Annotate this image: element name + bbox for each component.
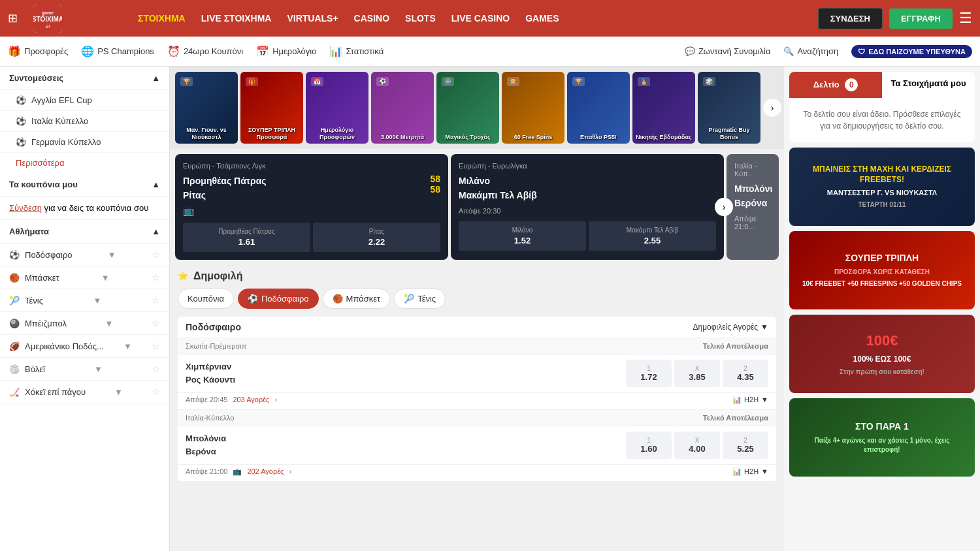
odd-1-2[interactable]: 2 5.25	[723, 432, 768, 459]
tennis-star[interactable]: ☆	[152, 295, 160, 306]
match-0-markets[interactable]: 203 Αγορές	[233, 396, 269, 403]
american-football-label: Αμερικάνικο Ποδός...	[25, 341, 104, 351]
promo-card-7[interactable]: 🏅 Νικητής Εβδομάδας	[632, 72, 695, 144]
responsible-gaming-button[interactable]: 🛡 ΕΔΩ ΠΑΙΖΟΥΜΕ ΥΠΕΥΘΥΝΑ	[851, 45, 972, 58]
nav-link-games[interactable]: GAMES	[525, 13, 559, 24]
american-football-icon: 🏈	[9, 341, 20, 351]
match-1-bet-1-value: 2.55	[644, 236, 661, 245]
sidebar-sport-tennis[interactable]: 🎾 Τένις ▼ ☆	[0, 289, 169, 312]
side-promo-2[interactable]: 100€ 100% ΕΩΣ 100€ Στην πρώτη σου κατάθε…	[789, 315, 975, 393]
nav-link-live-stoixima[interactable]: LIVE ΣΤΟΙΧΗΜΑ	[201, 13, 272, 24]
football-star[interactable]: ☆	[152, 249, 160, 260]
league-0-name: Σκωτία-Πρέμιερσιπ	[186, 342, 246, 350]
match-0-scores: 58 58	[430, 174, 440, 195]
tab-coupons[interactable]: Κουπόνια	[178, 289, 234, 309]
chat-icon: 💬	[685, 46, 695, 56]
betslip-tab-active[interactable]: Δελτίο 0	[789, 72, 882, 98]
match-0-bet-0[interactable]: Προμηθέας Πάτρας 1.61	[183, 223, 310, 252]
offers-nav-item[interactable]: 🎁 Προσφορές	[8, 45, 68, 57]
sidebar-sport-football[interactable]: ⚽ Ποδόσφαιρο ▼ ☆	[0, 244, 169, 266]
sidebar-sport-american-football[interactable]: 🏈 Αμερικάνικο Ποδός... ▼ ☆	[0, 335, 169, 358]
promo-card-1[interactable]: 🎁 ΣΟΥΠΕΡ ΤΡΙΠΛΗ Προσφορά	[240, 72, 303, 144]
nav-link-stoixima[interactable]: ΣΤΟΙΧΗΜΑ	[138, 13, 186, 24]
ps-champions-nav-item[interactable]: 🌐 PS Champions	[81, 45, 154, 57]
promo-card-4[interactable]: 🎡 Μαγικός Τροχός	[436, 72, 499, 144]
login-link[interactable]: Σύνδεση	[9, 203, 42, 213]
odd-1-x[interactable]: Χ 4.00	[674, 432, 720, 459]
basketball-tab-label: Μπάσκετ	[346, 294, 381, 304]
promo-next-button[interactable]: ›	[763, 99, 781, 117]
register-button[interactable]: ΕΓΓΡΑΦΗ	[889, 8, 953, 29]
sidebar-sport-baseball[interactable]: 🎱 Μπέιζμπολ ▼ ☆	[0, 312, 169, 335]
nav-link-casino[interactable]: CASINO	[354, 13, 389, 24]
gift-icon: 🎁	[8, 45, 21, 57]
match-0-bet-1[interactable]: Ρίτας 2.22	[313, 223, 440, 252]
side-promo-3[interactable]: ΣΤΟ ΠΑΡΑ 1 Παίξε 4+ αγώνες και αν χάσεις…	[789, 398, 975, 477]
nav-link-virtuals[interactable]: VIRTUALS+	[287, 13, 338, 24]
side-promo-0[interactable]: ΜΠΑΙΝΕΙΣ ΣΤΗ ΜΑΧΗ ΚΑΙ ΚΕΡΔΙΖΕΙΣ FREEBETS…	[789, 148, 975, 226]
promo-card-0[interactable]: 🏆 Μαν. Γιουν. vs Νιούκαστλ	[175, 72, 238, 144]
hamburger-icon[interactable]: ☰	[959, 10, 972, 27]
search-button[interactable]: 🔍 Αναζήτηση	[783, 46, 838, 56]
basketball-star[interactable]: ☆	[152, 272, 160, 283]
odd-1-1[interactable]: 1 1.60	[626, 432, 672, 459]
side-promo-1[interactable]: ΣΟΥΠΕΡ ΤΡΙΠΛΗ ΠΡΟΣΦΟΡΑ ΧΩΡΙΣ ΚΑΤΑΘΕΣΗ 10…	[789, 231, 975, 309]
match-1-bet-0[interactable]: Μιλάνο 1.52	[459, 221, 586, 251]
nav-link-slots[interactable]: SLOTS	[405, 13, 436, 24]
sidebar-item-efl[interactable]: ⚽ Αγγλία EFL Cup	[0, 90, 169, 111]
match-next-button[interactable]: ›	[715, 198, 733, 216]
logo-icon[interactable]: game STOIXIMA .gr	[33, 4, 62, 33]
sidebar-sport-hockey[interactable]: 🏒 Χόκεϊ επί πάγου ▼ ☆	[0, 381, 169, 403]
more-shortcuts-link[interactable]: Περισσότερα	[0, 153, 169, 173]
side-promo-0-subtext: ΜΑΝΤΣΕΣΤΕΡ Γ. VS ΝΙΟΥΚΑΣΤΛ	[827, 188, 937, 198]
tab-basketball[interactable]: 🏀 Μπάσκετ	[323, 289, 391, 309]
tab-tennis[interactable]: 🎾 Τένις	[394, 289, 446, 309]
match-row-0-team-names: Χιμπέρνιαν Ρος Κάουντι	[186, 360, 618, 386]
sports-header[interactable]: Αθλήματα ▲	[0, 220, 169, 244]
baseball-star[interactable]: ☆	[152, 318, 160, 328]
promo-card-3[interactable]: ⚽ 3.000€ Μετρητά	[371, 72, 434, 144]
nav-link-live-casino[interactable]: LIVE CASINO	[451, 13, 510, 24]
promo-card-5[interactable]: 🎰 60 Free Spins	[502, 72, 564, 144]
sidebar-item-italy-cup[interactable]: ⚽ Ιταλία Κύπελλο	[0, 111, 169, 132]
shortcuts-header[interactable]: Συντομεύσεις ▲	[0, 67, 169, 90]
match-1-time: Απόψε 21:00	[186, 467, 227, 475]
volleyball-icon: 🏐	[9, 364, 20, 374]
promo-card-8[interactable]: 🎲 Pragmatic Buy Bonus	[698, 72, 760, 144]
sidebar-item-germany-cup[interactable]: ⚽ Γερμανία Κύπελλο	[0, 132, 169, 153]
tennis-tab-label: Τένις	[417, 294, 436, 304]
calendar-nav-item[interactable]: 📅 Ημερολόγιο	[256, 45, 316, 57]
odd-0-2[interactable]: 2 4.35	[723, 360, 768, 387]
match-1-h2h[interactable]: 📊 H2H ▼	[732, 467, 768, 476]
odd-0-x-label: Χ	[685, 365, 710, 372]
tab-football[interactable]: ⚽ Ποδόσφαιρο	[238, 289, 319, 309]
nav-right: ΣΥΝΔΕΣΗ ΕΓΓΡΑΦΗ ☰	[818, 8, 972, 29]
promo-card-2[interactable]: 📅 Ημερολόγιο Προσφορών	[306, 72, 368, 144]
stats-nav-item[interactable]: 📊 Στατιστικά	[329, 45, 384, 57]
sidebar-sport-basketball[interactable]: 🏀 Μπάσκετ ▼ ☆	[0, 266, 169, 289]
basketball-tab-icon: 🏀	[333, 294, 343, 304]
odd-0-1[interactable]: 1 1.72	[626, 360, 672, 387]
match-1-time: Απόψε 20:30	[459, 207, 716, 215]
popular-markets-dropdown[interactable]: Δημοφιλείς Αγορές ▼	[693, 323, 768, 332]
american-football-star[interactable]: ☆	[152, 341, 160, 351]
odd-0-x[interactable]: Χ 3.85	[674, 360, 720, 387]
login-button[interactable]: ΣΥΝΔΕΣΗ	[818, 8, 883, 29]
my-bets-tab[interactable]: Τα Στοιχήματά μου	[882, 72, 975, 98]
sport-tabs: Κουπόνια ⚽ Ποδόσφαιρο 🏀 Μπάσκετ 🎾 Τένις	[178, 289, 776, 309]
volleyball-star[interactable]: ☆	[152, 364, 160, 374]
odd-1-x-label: Χ	[685, 437, 710, 444]
my-coupons-header[interactable]: Τα κουπόνια μου ▲	[0, 173, 169, 197]
odd-1-1-value: 1.60	[640, 444, 657, 454]
hockey-star[interactable]: ☆	[152, 386, 160, 397]
sidebar-sport-volleyball[interactable]: 🏐 Βόλεϊ ▼ ☆	[0, 358, 169, 381]
grid-icon[interactable]: ⊞	[8, 11, 18, 25]
league-1-name: Ιταλία-Κύπελλο	[186, 414, 234, 422]
promo-card-6[interactable]: 🏆 Επαθλο PS5!	[567, 72, 630, 144]
match-0-h2h[interactable]: 📊 H2H ▼	[732, 396, 768, 404]
match-1-markets[interactable]: 202 Αγορές	[247, 467, 284, 475]
match-1-bet-1[interactable]: Μακάμπι Τελ Αβίβ 2.55	[589, 221, 716, 251]
coupon-24h-nav-item[interactable]: ⏰ 24ωρο Κουπόνι	[167, 45, 243, 57]
match-row-0-team2: Ρος Κάουντι	[186, 373, 618, 386]
live-chat-button[interactable]: 💬 Ζωντανή Συνομιλία	[685, 46, 771, 56]
